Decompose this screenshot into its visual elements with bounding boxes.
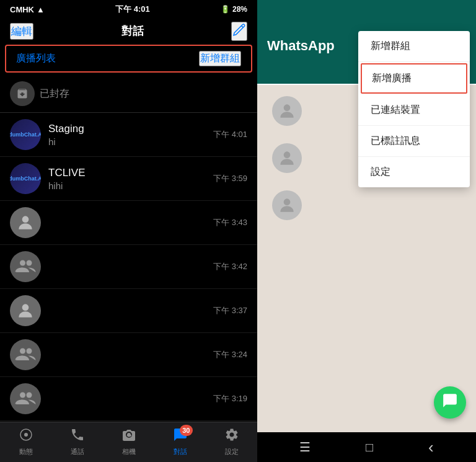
broadcast-bar: 廣播列表 新增群組: [5, 45, 252, 73]
chat-time-5: 下午 3:24: [213, 349, 247, 360]
chat-info-1: TCLIVE hihi: [48, 167, 206, 191]
status-right: 🔋 28%: [221, 5, 247, 14]
camera-icon: [121, 427, 136, 446]
avatar-4: [10, 295, 41, 326]
avatar-3: [10, 251, 41, 282]
tab-activity-label: 動態: [19, 447, 33, 456]
chat-name-0: Staging: [48, 123, 206, 135]
dropdown-menu: 新增群組 新增廣播 已連結裝置 已標註訊息 設定: [358, 31, 470, 187]
chat-time-4: 下午 3:37: [213, 305, 247, 316]
chat-item-2[interactable]: 下午 3:43: [0, 201, 257, 245]
tab-settings-label: 設定: [225, 447, 239, 456]
status-left: CMHK ▲: [10, 5, 45, 14]
chat-time-0: 下午 4:01: [213, 129, 247, 140]
dropdown-starred-messages[interactable]: 已標註訊息: [358, 126, 470, 157]
tab-bar: 動態 通話 相機 30 對話 設定: [0, 422, 257, 462]
tab-calls[interactable]: 通話: [70, 427, 85, 456]
chat-item-5[interactable]: 下午 3:24: [0, 333, 257, 377]
chat-item-3[interactable]: 下午 3:42: [0, 245, 257, 289]
dropdown-new-broadcast[interactable]: 新增廣播: [361, 63, 467, 94]
tab-calls-label: 通話: [71, 447, 84, 456]
svg-point-0: [22, 216, 29, 223]
chat-item-1[interactable]: dumbChat.A TCLIVE hihi 下午 3:59: [0, 157, 257, 201]
tab-chats[interactable]: 30 對話: [173, 427, 188, 456]
archive-icon: [10, 81, 35, 106]
svg-point-6: [20, 393, 25, 398]
battery-label: 28%: [232, 5, 247, 14]
chat-items-container: dumbChat.A Staging hi 下午 4:01 dumbChat.A…: [0, 113, 257, 421]
chat-list: dumbChat.A Staging hi 下午 4:01 dumbChat.A…: [0, 113, 257, 422]
svg-point-9: [24, 433, 28, 437]
chat-item-4[interactable]: 下午 3:37: [0, 289, 257, 333]
dropdown-settings[interactable]: 設定: [358, 157, 470, 187]
svg-point-4: [20, 349, 25, 354]
time-label: 下午 4:01: [115, 4, 150, 15]
nav-title: 對話: [121, 24, 144, 38]
calls-icon: [70, 427, 85, 446]
svg-point-7: [27, 393, 32, 398]
tab-activity[interactable]: 動態: [19, 427, 33, 456]
edit-button[interactable]: 編輯: [10, 23, 33, 40]
chat-time-1: 下午 3:59: [213, 173, 247, 184]
avatar-2: [10, 207, 41, 238]
left-panel: CMHK ▲ 下午 4:01 🔋 28% 編輯 對話 廣播列表 新增群組: [0, 0, 257, 462]
ios-nav-bar: 編輯 對話: [0, 17, 257, 45]
status-bar: CMHK ▲ 下午 4:01 🔋 28%: [0, 0, 257, 17]
chat-item-0[interactable]: dumbChat.A Staging hi 下午 4:01: [0, 113, 257, 157]
new-group-button[interactable]: 新增群組: [199, 51, 241, 66]
dropdown-overlay: 新增群組 新增廣播 已連結裝置 已標註訊息 設定: [257, 0, 476, 462]
archived-row[interactable]: 已封存: [0, 75, 257, 113]
chat-info-0: Staging hi: [48, 123, 206, 147]
svg-point-2: [27, 260, 32, 266]
battery-icon: 🔋: [221, 5, 230, 14]
carrier-label: CMHK: [10, 5, 34, 14]
dropdown-new-group[interactable]: 新增群組: [358, 31, 470, 62]
avatar-1: dumbChat.A: [10, 163, 41, 194]
svg-point-3: [22, 304, 29, 311]
settings-icon: [224, 427, 239, 446]
tab-settings[interactable]: 設定: [224, 427, 239, 456]
svg-point-1: [20, 260, 25, 266]
chats-icon: 30: [173, 427, 188, 446]
right-panel: WhatsApp 對話: [257, 0, 476, 462]
avatar-0: dumbChat.A: [10, 119, 41, 150]
avatar-5: [10, 339, 41, 370]
wifi-icon: ▲: [37, 5, 45, 14]
tab-camera[interactable]: 相機: [121, 427, 136, 456]
avatar-6: [10, 383, 41, 414]
chat-preview-1: hihi: [48, 180, 206, 191]
chat-name-1: TCLIVE: [48, 167, 206, 179]
tab-camera-label: 相機: [122, 447, 136, 456]
svg-point-5: [27, 349, 32, 354]
chat-item-6[interactable]: 下午 3:19: [0, 377, 257, 421]
tab-chats-label: 對話: [174, 447, 187, 456]
chat-time-3: 下午 3:42: [213, 261, 247, 272]
chat-badge: 30: [180, 425, 192, 436]
chat-time-6: 下午 3:19: [213, 393, 247, 404]
dropdown-linked-devices[interactable]: 已連結裝置: [358, 95, 470, 126]
archived-text: 已封存: [40, 87, 69, 100]
broadcast-label: 廣播列表: [16, 52, 56, 65]
chat-time-2: 下午 3:43: [213, 217, 247, 228]
activity-icon: [19, 427, 33, 446]
chat-preview-0: hi: [48, 136, 206, 147]
compose-icon: [232, 23, 246, 37]
compose-button[interactable]: [231, 22, 247, 41]
